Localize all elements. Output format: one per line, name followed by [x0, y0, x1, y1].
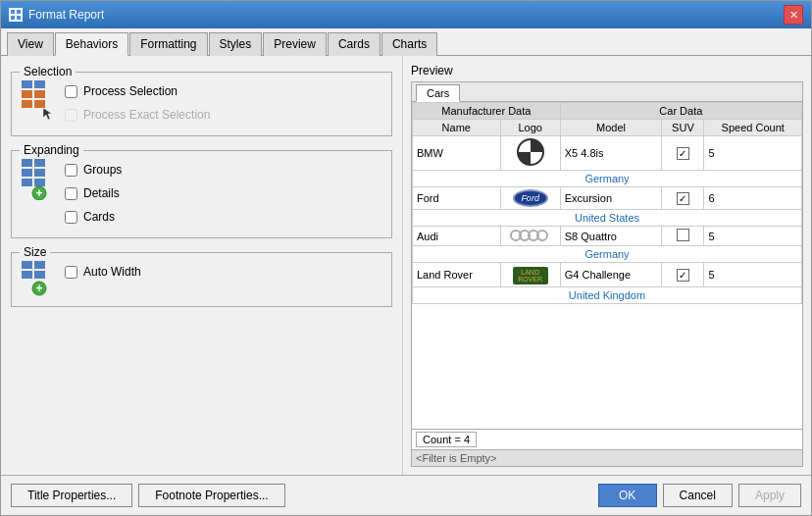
svg-rect-6	[22, 90, 32, 98]
group-row-germany2: Germany	[413, 246, 802, 263]
title-bar: Format Report ✕	[1, 1, 811, 28]
apply-button[interactable]: Apply	[738, 484, 801, 507]
bottom-left: Title Properties... Footnote Properties.…	[11, 484, 285, 507]
tab-view[interactable]: View	[7, 32, 54, 56]
bottom-right: OK Cancel Apply	[598, 484, 801, 507]
suv-check: ✓	[677, 269, 689, 282]
details-checkbox[interactable]	[65, 187, 77, 200]
cell-speed: 6	[704, 187, 802, 210]
svg-rect-9	[34, 100, 45, 108]
svg-rect-5	[34, 80, 45, 88]
group-label-uk: United Kingdom	[413, 287, 802, 304]
cell-speed: 5	[704, 263, 802, 287]
cell-speed: 5	[704, 227, 802, 246]
details-label: Details	[83, 186, 120, 200]
groups-row: Groups	[65, 163, 122, 177]
bmw-logo	[517, 138, 544, 166]
right-panel: Preview Cars Manufacturer Data Car Data	[403, 56, 811, 475]
footnote-properties-button[interactable]: Footnote Properties...	[138, 484, 284, 507]
group-row-us: United States	[413, 210, 802, 227]
col-suv: SUV	[662, 120, 704, 136]
expanding-label: Expanding	[20, 143, 83, 157]
tab-behaviors[interactable]: Behaviors	[55, 32, 128, 56]
table-row: BMW X5 4.8is ✓ 5	[413, 136, 802, 171]
process-exact-row: Process Exact Selection	[65, 108, 210, 122]
svg-rect-21	[34, 271, 45, 279]
count-box: Count = 4	[416, 432, 477, 447]
col-logo: Logo	[500, 120, 560, 136]
cell-name: BMW	[413, 136, 501, 171]
content-area: Selection	[1, 56, 811, 475]
svg-rect-15	[34, 179, 45, 186]
process-selection-checkbox[interactable]	[65, 85, 77, 98]
svg-rect-18	[22, 261, 32, 269]
process-exact-label: Process Exact Selection	[83, 108, 210, 122]
tab-styles[interactable]: Styles	[209, 32, 263, 56]
cell-model: G4 Challenge	[560, 263, 662, 287]
cell-model: Excursion	[560, 187, 662, 210]
svg-text:+: +	[35, 186, 42, 200]
selection-label: Selection	[20, 65, 76, 78]
cell-suv	[662, 227, 704, 246]
left-panel: Selection	[1, 56, 403, 475]
window-icon	[9, 8, 23, 22]
details-row: Details	[65, 186, 122, 200]
tab-charts[interactable]: Charts	[381, 32, 437, 56]
col-name: Name	[413, 120, 501, 136]
close-button[interactable]: ✕	[784, 5, 803, 25]
selection-icon	[22, 80, 57, 122]
cell-logo: LANDROVER	[500, 263, 560, 287]
cell-model: X5 4.8is	[560, 136, 662, 171]
preview-box: Cars Manufacturer Data Car Data Name Log…	[411, 81, 803, 467]
tab-cards[interactable]: Cards	[328, 32, 381, 56]
cancel-button[interactable]: Cancel	[663, 484, 733, 507]
suv-check: ✓	[677, 147, 689, 160]
tab-formatting[interactable]: Formatting	[129, 32, 207, 56]
svg-rect-20	[22, 271, 32, 279]
svg-rect-14	[22, 179, 32, 186]
group-row-germany1: Germany	[413, 171, 802, 187]
manufacturer-header: Manufacturer Data	[413, 103, 561, 120]
svg-rect-0	[11, 10, 15, 14]
ok-button[interactable]: OK	[598, 484, 657, 507]
preview-label: Preview	[411, 64, 803, 77]
table-row: Land Rover LANDROVER G4 Challenge ✓ 5	[413, 263, 802, 287]
auto-width-row: Auto Width	[65, 265, 141, 279]
bottom-bar: Title Properties... Footnote Properties.…	[1, 475, 811, 515]
audi-logo	[513, 229, 548, 242]
data-table: Manufacturer Data Car Data Name Logo Mod…	[412, 102, 802, 304]
process-exact-checkbox[interactable]	[65, 109, 77, 122]
suv-check: ✓	[677, 192, 689, 205]
process-selection-row: Process Selection	[65, 84, 210, 98]
cell-name: Audi	[413, 227, 501, 246]
cell-name: Ford	[413, 187, 501, 210]
tab-preview[interactable]: Preview	[263, 32, 327, 56]
auto-width-label: Auto Width	[83, 265, 141, 279]
svg-rect-13	[34, 169, 45, 177]
cell-name: Land Rover	[413, 263, 501, 287]
cell-suv: ✓	[662, 263, 704, 287]
expanding-group: Expanding +	[11, 150, 392, 238]
preview-table: Manufacturer Data Car Data Name Logo Mod…	[412, 102, 802, 429]
title-properties-button[interactable]: Title Properties...	[11, 484, 132, 507]
cell-logo	[500, 136, 560, 171]
cards-checkbox[interactable]	[65, 211, 77, 224]
svg-text:+: +	[35, 282, 42, 295]
auto-width-checkbox[interactable]	[65, 266, 77, 279]
group-label-germany: Germany	[413, 171, 802, 187]
group-label-us: United States	[413, 210, 802, 227]
cell-suv: ✓	[662, 187, 704, 210]
groups-label: Groups	[83, 163, 122, 177]
ford-logo: Ford	[513, 189, 548, 207]
size-group: Size + Auto Width	[11, 252, 392, 307]
suv-check	[677, 229, 689, 241]
cell-suv: ✓	[662, 136, 704, 171]
preview-tab-cars[interactable]: Cars	[416, 84, 460, 102]
groups-checkbox[interactable]	[65, 164, 77, 177]
format-report-window: Format Report ✕ View Behaviors Formattin…	[0, 0, 812, 516]
selection-group: Selection	[11, 72, 392, 136]
size-icon: +	[22, 261, 57, 296]
size-label: Size	[20, 245, 50, 259]
filter-bar: <Filter is Empty>	[412, 449, 802, 466]
cell-logo: Ford	[500, 187, 560, 210]
